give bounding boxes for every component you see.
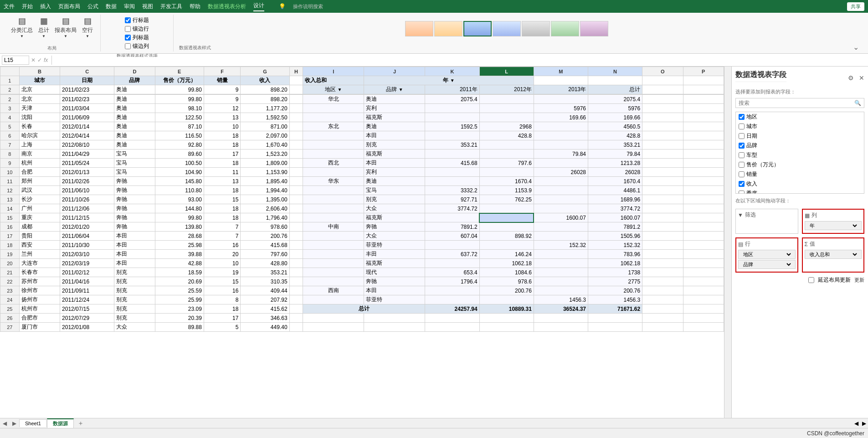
cell-data-17-0[interactable]: 贵阳	[19, 232, 60, 241]
pivot-2011-col[interactable]: 2011年	[425, 85, 479, 94]
pivot-region-col[interactable]: 地区 ▼	[303, 85, 364, 94]
classify-btn[interactable]: ▤ 分类汇总 ▼	[9, 15, 35, 39]
col-header-G[interactable]: G	[241, 67, 289, 76]
cell-data-25-5[interactable]: 415.62	[241, 304, 289, 314]
cell-data-24-5[interactable]: 207.92	[241, 295, 289, 304]
cell-D2[interactable]: 奥迪	[114, 85, 155, 94]
cell-data-27-0[interactable]: 厦门市	[19, 323, 60, 332]
cell-data-9-3[interactable]: 100.50	[155, 159, 204, 168]
cell-data-6-2[interactable]: 奥迪	[114, 131, 155, 140]
cell-data-6-0[interactable]: 哈尔滨	[19, 131, 60, 140]
cell-data-2-1[interactable]: 2011/02/23	[60, 95, 114, 104]
col-header-P[interactable]: P	[683, 67, 724, 76]
pivot-y2012-9[interactable]: 797.6	[479, 159, 534, 168]
row-header-checkbox[interactable]	[125, 17, 131, 23]
cell-data-14-3[interactable]: 144.80	[155, 204, 204, 213]
menu-design[interactable]: 设计	[253, 2, 264, 11]
style-item-2[interactable]	[434, 21, 462, 36]
cell-data-19-1[interactable]: 2012/03/10	[60, 250, 114, 259]
pivot-y2013-6[interactable]	[534, 131, 588, 140]
cell-data-10-2[interactable]: 宝马	[114, 168, 155, 177]
cell-F1[interactable]: 销量	[204, 76, 240, 85]
settings-icon[interactable]: ⚙	[846, 73, 855, 82]
cell-data-18-3[interactable]: 25.98	[155, 241, 204, 250]
cell-data-19-5[interactable]: 797.60	[241, 250, 289, 259]
pivot-y2011-3[interactable]	[425, 104, 479, 113]
scroll-left-btn[interactable]: ◀	[853, 420, 860, 427]
pivot-y2013-8[interactable]: 79.84	[534, 149, 588, 159]
cell-data-4-1[interactable]: 2011/06/09	[60, 113, 114, 122]
cell-data-27-1[interactable]: 2012/01/08	[60, 323, 114, 332]
pivot-brand-col[interactable]: 品牌 ▼	[364, 85, 425, 94]
cell-data-11-1[interactable]: 2011/02/26	[60, 177, 114, 186]
blank-row-btn[interactable]: ▤ 空行 ▼	[80, 15, 95, 39]
cell-data-23-4[interactable]: 16	[204, 286, 240, 295]
cell-C2[interactable]: 2011/02/23	[60, 85, 114, 94]
cell-data-27-3[interactable]: 89.88	[155, 323, 204, 332]
cell-data-18-2[interactable]: 本田	[114, 241, 155, 250]
field-item-date[interactable]: 日期	[736, 131, 864, 141]
style-item-6[interactable]	[551, 21, 579, 36]
cell-data-5-0[interactable]: 长春	[19, 122, 60, 131]
vertical-scrollbar[interactable]	[724, 67, 731, 418]
cell-data-13-2[interactable]: 奔驰	[114, 195, 155, 204]
pivot-y2012-2[interactable]	[479, 95, 534, 104]
row-header-checkbox-label[interactable]: 行标题	[125, 16, 149, 24]
field-checkbox-income[interactable]	[739, 181, 745, 187]
cell-data-25-2[interactable]: 别克	[114, 304, 155, 314]
pivot-2013-col[interactable]: 2013年	[534, 85, 588, 94]
pivot-y2011-14[interactable]: 3774.72	[425, 204, 479, 213]
pivot-y2013-2[interactable]	[534, 95, 588, 104]
pivot-y2013-11[interactable]	[534, 177, 588, 186]
col-tag-year[interactable]: 年	[805, 221, 862, 230]
cell-data-11-5[interactable]: 1,895.40	[241, 177, 289, 186]
pivot-year-header[interactable]: 年 ▼	[364, 76, 534, 85]
update-button[interactable]: 更新	[854, 277, 864, 283]
cell-data-10-5[interactable]: 1,153.90	[241, 168, 289, 177]
cell-data-21-4[interactable]: 19	[204, 268, 240, 277]
cell-data-10-0[interactable]: 合肥	[19, 168, 60, 177]
cell-data-15-0[interactable]: 重庆	[19, 213, 60, 222]
menu-start[interactable]: 开始	[22, 3, 33, 10]
banded-col-checkbox[interactable]	[125, 43, 131, 49]
menu-pivot-analysis[interactable]: 数据透视表分析	[208, 3, 246, 10]
pivot-y2011-21[interactable]: 653.4	[425, 268, 479, 277]
cell-data-8-4[interactable]: 17	[204, 149, 240, 159]
cell-C1[interactable]: 日期	[60, 76, 114, 85]
cell-data-22-3[interactable]: 20.69	[155, 277, 204, 286]
col-header-C[interactable]: C	[60, 67, 114, 76]
style-item-7[interactable]	[580, 21, 608, 36]
cell-D1[interactable]: 品牌	[114, 76, 155, 85]
cell-data-17-1[interactable]: 2011/06/04	[60, 232, 114, 241]
field-checkbox-season[interactable]	[739, 191, 745, 194]
pivot-y2012-22[interactable]: 978.6	[479, 277, 534, 286]
field-checkbox-price[interactable]	[739, 162, 745, 168]
cell-data-8-2[interactable]: 宝马	[114, 149, 155, 159]
field-item-income[interactable]: 收入	[736, 179, 864, 189]
cell-data-16-4[interactable]: 7	[204, 222, 240, 232]
cell-data-12-3[interactable]: 110.80	[155, 186, 204, 195]
cell-data-26-3[interactable]: 20.39	[155, 314, 204, 323]
pivot-y2012-14[interactable]	[479, 204, 534, 213]
cell-data-13-0[interactable]: 长沙	[19, 195, 60, 204]
cell-data-27-5[interactable]: 449.40	[241, 323, 289, 332]
col-header-I[interactable]: I	[303, 67, 364, 76]
row-brand-select[interactable]: 品牌	[741, 261, 792, 268]
field-item-region[interactable]: 地区	[736, 112, 864, 122]
cell-data-3-2[interactable]: 奥迪	[114, 104, 155, 113]
cell-data-16-2[interactable]: 奔驰	[114, 222, 155, 232]
formula-input[interactable]	[56, 57, 866, 63]
cell-data-5-1[interactable]: 2012/01/14	[60, 122, 114, 131]
cell-data-24-2[interactable]: 别克	[114, 295, 155, 304]
pivot-y2011-18[interactable]	[425, 241, 479, 250]
cell-data-11-2[interactable]: 奔驰	[114, 177, 155, 186]
cell-data-15-4[interactable]: 18	[204, 213, 240, 222]
cell-data-4-2[interactable]: 奥迪	[114, 113, 155, 122]
menu-formula[interactable]: 公式	[87, 3, 98, 10]
cell-data-19-3[interactable]: 39.88	[155, 250, 204, 259]
cell-data-22-2[interactable]: 别克	[114, 277, 155, 286]
cell-data-21-1[interactable]: 2011/02/12	[60, 268, 114, 277]
cell-G2[interactable]: 898.20	[241, 85, 289, 94]
pivot-y2011-22[interactable]: 1796.4	[425, 277, 479, 286]
pivot-y2012-11[interactable]: 1670.4	[479, 177, 534, 186]
